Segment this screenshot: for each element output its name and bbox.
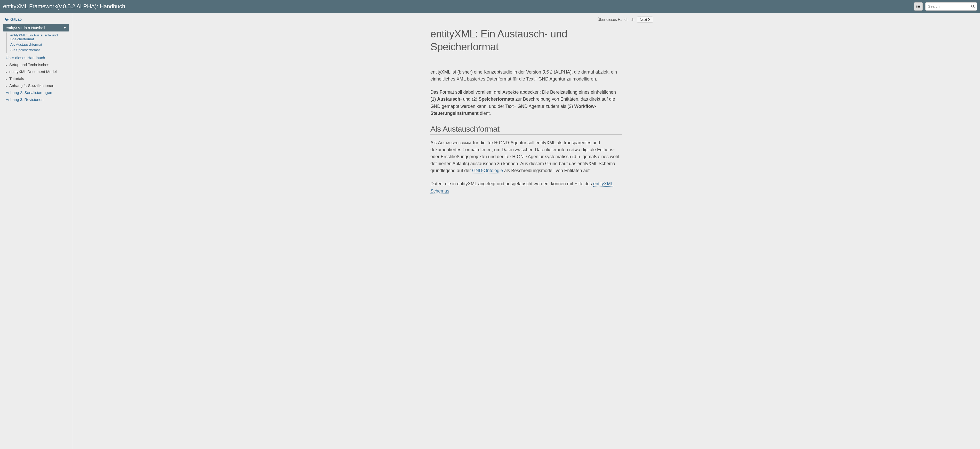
sidebar-nav: GitLab entityXML in a Nutshell ▼ entityX…	[0, 13, 72, 449]
paragraph: Das Format soll dabei vorallem drei Aspe…	[430, 89, 622, 117]
next-button[interactable]: Next	[637, 16, 653, 23]
chevron-right-icon	[648, 18, 650, 21]
svg-rect-3	[918, 6, 920, 7]
list-icon	[916, 5, 920, 8]
next-label: Next	[640, 18, 647, 22]
gitlab-icon	[5, 17, 9, 21]
sidebar-item[interactable]: Über dieses Handbuch	[0, 54, 72, 61]
topnav-context: Über dieses Handbuch	[598, 18, 634, 22]
sidebar-item-active[interactable]: entityXML in a Nutshell ▼	[3, 24, 69, 32]
paragraph: Daten, die in entityXML angelegt und aus…	[430, 180, 622, 194]
svg-point-4	[916, 8, 917, 8]
sidebar-item[interactable]: Anhang 1: Spezifikationen	[0, 82, 72, 89]
sidebar-item[interactable]: Setup und Technisches	[0, 61, 72, 68]
page-topnav: Über dieses Handbuch Next	[397, 16, 655, 25]
svg-rect-5	[918, 8, 920, 8]
app-header: entityXML Framework(v.0.5.2 ALPHA): Hand…	[0, 0, 980, 13]
sidebar-item[interactable]: entityXML Document Model	[0, 68, 72, 75]
sidebar-active-label: entityXML in a Nutshell	[6, 25, 45, 30]
article-body: entityXML: Ein Austausch- und Speicherfo…	[430, 25, 623, 201]
svg-point-2	[916, 6, 917, 7]
sidebar-item-gitlab[interactable]: GitLab	[0, 16, 72, 24]
paragraph: entityXML ist (bisher) eine Konzeptstudi…	[430, 68, 622, 83]
toc-toggle-button[interactable]	[914, 2, 923, 11]
gitlab-link[interactable]: GitLab	[10, 17, 22, 21]
sidebar-subitem[interactable]: entityXML: Ein Austausch- und Speicherfo…	[8, 32, 72, 42]
sidebar-subitem[interactable]: Als Speicherformat	[8, 47, 72, 53]
sidebar-subitem[interactable]: Als Austauschformat	[8, 42, 72, 47]
section-heading: Als Austauschformat	[430, 125, 622, 135]
search-button[interactable]	[969, 2, 977, 11]
svg-point-0	[916, 5, 917, 6]
main-content: Über dieses Handbuch Next entityXML: Ein…	[72, 13, 980, 449]
svg-rect-1	[918, 5, 920, 5]
search-icon	[971, 5, 975, 8]
search-form	[925, 2, 977, 11]
svg-line-7	[973, 7, 974, 8]
sidebar-item[interactable]: Anhang 3: Revisionen	[0, 96, 72, 103]
search-input[interactable]	[925, 2, 969, 11]
page-title: entityXML: Ein Austausch- und Speicherfo…	[430, 27, 622, 53]
sidebar-item[interactable]: Tutorials	[0, 75, 72, 82]
sidebar-item[interactable]: Anhang 2: Serialisierungen	[0, 89, 72, 96]
sidebar-sublist: entityXML: Ein Austausch- und Speicherfo…	[6, 32, 72, 53]
chevron-down-icon: ▼	[64, 26, 66, 29]
paragraph: Als Austauschformat für die Text+ GND-Ag…	[430, 139, 622, 174]
link-gnd-ontologie[interactable]: GND-Ontologie	[472, 168, 503, 174]
app-title: entityXML Framework(v.0.5.2 ALPHA): Hand…	[3, 3, 914, 10]
